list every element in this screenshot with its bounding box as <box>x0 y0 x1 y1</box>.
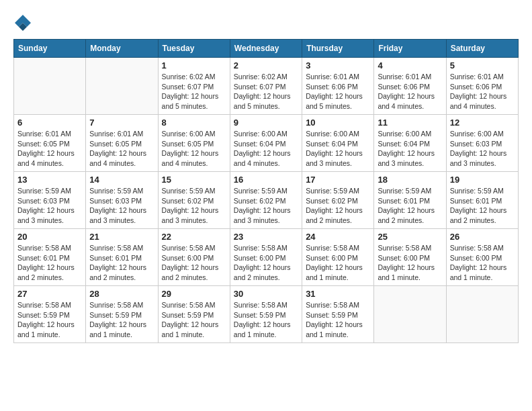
calendar-cell <box>374 286 446 343</box>
day-number: 20 <box>17 232 82 242</box>
calendar-cell: 21Sunrise: 5:58 AM Sunset: 6:01 PM Dayli… <box>86 229 158 286</box>
calendar-cell: 22Sunrise: 5:58 AM Sunset: 6:00 PM Dayli… <box>158 229 230 286</box>
day-number: 9 <box>234 118 298 128</box>
calendar-cell: 5Sunrise: 6:01 AM Sunset: 6:06 PM Daylig… <box>446 58 518 115</box>
day-number: 13 <box>17 175 82 185</box>
calendar-cell: 13Sunrise: 5:59 AM Sunset: 6:03 PM Dayli… <box>14 172 86 229</box>
calendar-cell: 16Sunrise: 5:59 AM Sunset: 6:02 PM Dayli… <box>230 172 302 229</box>
day-info: Sunrise: 6:01 AM Sunset: 6:06 PM Dayligh… <box>378 72 442 111</box>
page-header <box>13 13 519 32</box>
day-info: Sunrise: 6:01 AM Sunset: 6:05 PM Dayligh… <box>89 129 154 169</box>
calendar-cell: 14Sunrise: 5:59 AM Sunset: 6:03 PM Dayli… <box>86 172 158 229</box>
calendar-header-saturday: Saturday <box>446 40 518 58</box>
day-number: 18 <box>378 175 442 185</box>
calendar-cell: 28Sunrise: 5:58 AM Sunset: 5:59 PM Dayli… <box>86 286 158 343</box>
day-number: 22 <box>162 232 226 242</box>
calendar-cell: 1Sunrise: 6:02 AM Sunset: 6:07 PM Daylig… <box>158 58 230 115</box>
day-number: 29 <box>162 289 226 299</box>
day-info: Sunrise: 5:58 AM Sunset: 6:00 PM Dayligh… <box>378 243 442 283</box>
day-info: Sunrise: 5:59 AM Sunset: 6:01 PM Dayligh… <box>378 186 442 226</box>
calendar-cell: 27Sunrise: 5:58 AM Sunset: 5:59 PM Dayli… <box>14 286 86 343</box>
calendar-cell: 11Sunrise: 6:00 AM Sunset: 6:04 PM Dayli… <box>374 115 446 172</box>
day-number: 15 <box>162 175 226 185</box>
week-row-1: 1Sunrise: 6:02 AM Sunset: 6:07 PM Daylig… <box>14 58 519 115</box>
day-info: Sunrise: 6:00 AM Sunset: 6:05 PM Dayligh… <box>162 129 226 169</box>
calendar-cell: 6Sunrise: 6:01 AM Sunset: 6:05 PM Daylig… <box>14 115 86 172</box>
day-info: Sunrise: 5:59 AM Sunset: 6:02 PM Dayligh… <box>234 186 298 226</box>
calendar-cell: 19Sunrise: 5:59 AM Sunset: 6:01 PM Dayli… <box>446 172 518 229</box>
calendar-header-sunday: Sunday <box>14 40 86 58</box>
day-info: Sunrise: 5:58 AM Sunset: 6:00 PM Dayligh… <box>306 243 370 283</box>
calendar-header-tuesday: Tuesday <box>158 40 230 58</box>
day-number: 10 <box>306 118 370 128</box>
day-number: 30 <box>234 289 298 299</box>
day-info: Sunrise: 5:59 AM Sunset: 6:03 PM Dayligh… <box>17 186 82 226</box>
day-info: Sunrise: 5:58 AM Sunset: 5:59 PM Dayligh… <box>89 300 154 340</box>
logo <box>13 13 35 32</box>
calendar-cell: 7Sunrise: 6:01 AM Sunset: 6:05 PM Daylig… <box>86 115 158 172</box>
calendar-cell: 18Sunrise: 5:59 AM Sunset: 6:01 PM Dayli… <box>374 172 446 229</box>
day-number: 21 <box>89 232 154 242</box>
calendar-header-row: SundayMondayTuesdayWednesdayThursdayFrid… <box>14 40 519 58</box>
day-info: Sunrise: 5:58 AM Sunset: 5:59 PM Dayligh… <box>162 300 226 340</box>
day-info: Sunrise: 5:59 AM Sunset: 6:01 PM Dayligh… <box>450 186 515 226</box>
day-info: Sunrise: 5:58 AM Sunset: 6:00 PM Dayligh… <box>162 243 226 283</box>
day-number: 1 <box>162 60 226 71</box>
calendar-cell: 23Sunrise: 5:58 AM Sunset: 6:00 PM Dayli… <box>230 229 302 286</box>
day-number: 12 <box>450 118 515 128</box>
day-info: Sunrise: 6:00 AM Sunset: 6:04 PM Dayligh… <box>306 129 370 169</box>
calendar-header-friday: Friday <box>374 40 446 58</box>
day-number: 17 <box>306 175 370 185</box>
day-number: 8 <box>162 118 226 128</box>
calendar-cell: 9Sunrise: 6:00 AM Sunset: 6:04 PM Daylig… <box>230 115 302 172</box>
week-row-2: 6Sunrise: 6:01 AM Sunset: 6:05 PM Daylig… <box>14 115 519 172</box>
day-number: 23 <box>234 232 298 242</box>
day-number: 11 <box>378 118 442 128</box>
calendar-cell: 10Sunrise: 6:00 AM Sunset: 6:04 PM Dayli… <box>302 115 374 172</box>
calendar-cell <box>446 286 518 343</box>
day-number: 25 <box>378 232 442 242</box>
day-info: Sunrise: 6:00 AM Sunset: 6:03 PM Dayligh… <box>450 129 515 169</box>
day-info: Sunrise: 5:58 AM Sunset: 5:59 PM Dayligh… <box>234 300 298 340</box>
calendar-table: SundayMondayTuesdayWednesdayThursdayFrid… <box>13 39 519 343</box>
calendar-cell: 2Sunrise: 6:02 AM Sunset: 6:07 PM Daylig… <box>230 58 302 115</box>
calendar-cell: 26Sunrise: 5:58 AM Sunset: 6:00 PM Dayli… <box>446 229 518 286</box>
day-number: 6 <box>17 118 82 128</box>
day-info: Sunrise: 5:58 AM Sunset: 6:00 PM Dayligh… <box>234 243 298 283</box>
day-number: 14 <box>89 175 154 185</box>
day-info: Sunrise: 5:58 AM Sunset: 5:59 PM Dayligh… <box>17 300 82 340</box>
day-info: Sunrise: 5:58 AM Sunset: 5:59 PM Dayligh… <box>306 300 370 340</box>
day-number: 27 <box>17 289 82 299</box>
day-number: 2 <box>234 60 298 71</box>
day-info: Sunrise: 6:02 AM Sunset: 6:07 PM Dayligh… <box>162 72 226 111</box>
week-row-5: 27Sunrise: 5:58 AM Sunset: 5:59 PM Dayli… <box>14 286 519 343</box>
calendar-cell: 29Sunrise: 5:58 AM Sunset: 5:59 PM Dayli… <box>158 286 230 343</box>
day-info: Sunrise: 5:59 AM Sunset: 6:02 PM Dayligh… <box>162 186 226 226</box>
day-number: 28 <box>89 289 154 299</box>
calendar-cell: 8Sunrise: 6:00 AM Sunset: 6:05 PM Daylig… <box>158 115 230 172</box>
day-number: 3 <box>306 60 370 71</box>
calendar-header-wednesday: Wednesday <box>230 40 302 58</box>
day-info: Sunrise: 6:01 AM Sunset: 6:06 PM Dayligh… <box>450 72 515 111</box>
day-number: 7 <box>89 118 154 128</box>
calendar-cell: 12Sunrise: 6:00 AM Sunset: 6:03 PM Dayli… <box>446 115 518 172</box>
day-number: 5 <box>450 60 515 71</box>
day-info: Sunrise: 6:01 AM Sunset: 6:06 PM Dayligh… <box>306 72 370 111</box>
calendar-cell: 15Sunrise: 5:59 AM Sunset: 6:02 PM Dayli… <box>158 172 230 229</box>
week-row-4: 20Sunrise: 5:58 AM Sunset: 6:01 PM Dayli… <box>14 229 519 286</box>
calendar-cell: 3Sunrise: 6:01 AM Sunset: 6:06 PM Daylig… <box>302 58 374 115</box>
day-number: 16 <box>234 175 298 185</box>
day-info: Sunrise: 5:58 AM Sunset: 6:00 PM Dayligh… <box>450 243 515 283</box>
calendar-cell: 25Sunrise: 5:58 AM Sunset: 6:00 PM Dayli… <box>374 229 446 286</box>
logo-icon <box>13 13 32 32</box>
calendar-cell: 24Sunrise: 5:58 AM Sunset: 6:00 PM Dayli… <box>302 229 374 286</box>
day-info: Sunrise: 5:59 AM Sunset: 6:02 PM Dayligh… <box>306 186 370 226</box>
calendar-cell: 30Sunrise: 5:58 AM Sunset: 5:59 PM Dayli… <box>230 286 302 343</box>
day-number: 19 <box>450 175 515 185</box>
day-number: 26 <box>450 232 515 242</box>
week-row-3: 13Sunrise: 5:59 AM Sunset: 6:03 PM Dayli… <box>14 172 519 229</box>
calendar-header-monday: Monday <box>86 40 158 58</box>
day-info: Sunrise: 6:00 AM Sunset: 6:04 PM Dayligh… <box>378 129 442 169</box>
day-info: Sunrise: 5:58 AM Sunset: 6:01 PM Dayligh… <box>89 243 154 283</box>
day-info: Sunrise: 6:00 AM Sunset: 6:04 PM Dayligh… <box>234 129 298 169</box>
